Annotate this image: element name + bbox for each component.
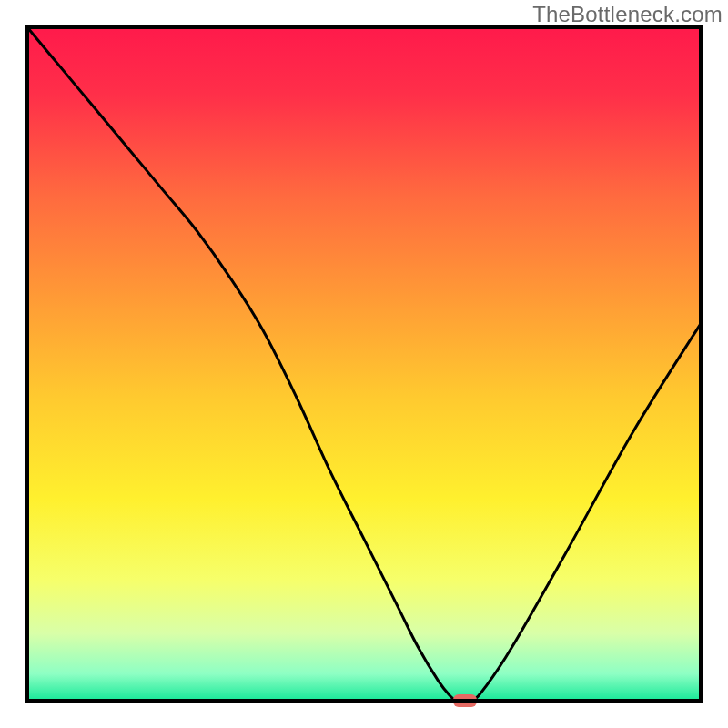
bottleneck-chart: TheBottleneck.com xyxy=(0,0,728,728)
chart-svg xyxy=(0,0,728,728)
watermark-text: TheBottleneck.com xyxy=(532,2,723,27)
chart-background-gradient xyxy=(27,27,701,701)
